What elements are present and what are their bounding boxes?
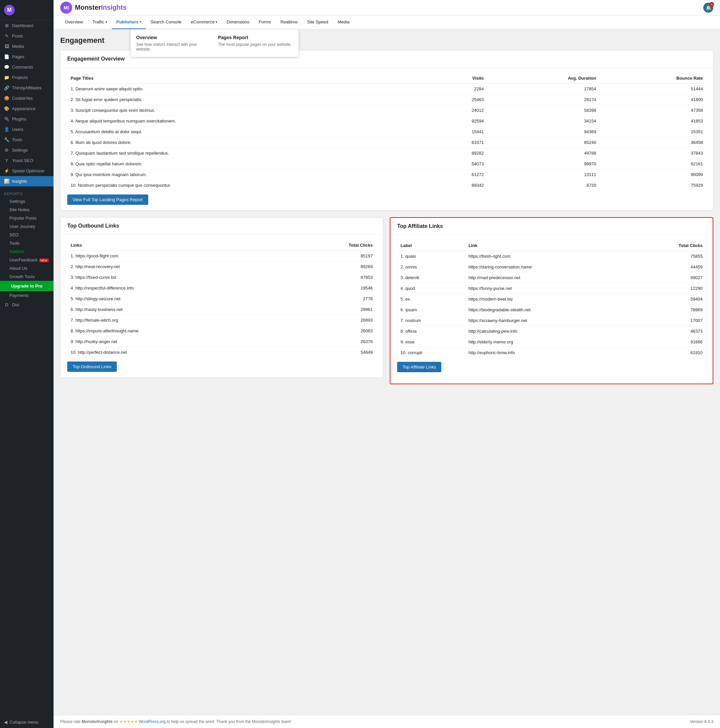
footer-version: Version 6.4.3: [690, 719, 713, 724]
sidebar-item-projects[interactable]: 📁 Projects: [0, 72, 53, 83]
affiliate-label: 4. quod: [397, 283, 465, 294]
sidebar-item-media[interactable]: 🖼 Media: [0, 41, 53, 52]
sidebar-item-users[interactable]: 👤 Users: [0, 124, 53, 135]
sidebar-item-dashboard[interactable]: ⊞ Dashboard: [0, 20, 53, 31]
outbound-link: 4. http://respectful-difference.info: [67, 283, 286, 294]
sidebar-item-speed[interactable]: ⚡ Speed Optimizer: [0, 166, 53, 176]
outbound-clicks: 54649: [286, 347, 376, 358]
footer-wordpress-link[interactable]: WordPress.org: [139, 719, 166, 724]
affiliate-label: 10. corrupti: [397, 347, 465, 358]
affiliate-clicks: 75855: [632, 251, 706, 262]
topbar: MI MonsterInsights 🔔 0: [53, 0, 720, 15]
landing-avg-duration: 85246: [487, 137, 599, 148]
sidebar-sub-user-journey[interactable]: User Journey: [0, 222, 53, 231]
affiliate-link-url: https://daring-conversation.name: [465, 262, 632, 272]
landing-bounce-rate: 41800: [599, 94, 706, 105]
sidebar-sub-tools[interactable]: Tools: [0, 239, 53, 247]
traffic-arrow: ▾: [105, 20, 107, 24]
outbound-clicks: 87853: [286, 272, 376, 283]
tools-icon: 🔧: [4, 137, 9, 142]
sidebar-sub-about-us[interactable]: About Us: [0, 264, 53, 272]
footer-brand: MonsterInsights: [82, 719, 113, 724]
landing-title: 1. Deserunt animi saepe aliquid optio.: [67, 84, 427, 94]
affiliate-label: 7. nostrum: [397, 315, 465, 326]
landing-title: 2. Sit fugiat error quidem perspiciatis.: [67, 94, 427, 105]
sidebar-item-thirsty[interactable]: 🔗 ThirstyAffiliates: [0, 83, 53, 93]
sidebar-item-plugins[interactable]: 🔌 Plugins: [0, 114, 53, 124]
sidebar-sub-growth-tools[interactable]: Growth Tools: [0, 272, 53, 281]
col-page-titles: Page Titles: [67, 73, 427, 84]
main-content: MI MonsterInsights 🔔 0 Overview Traffic …: [53, 0, 720, 728]
topbar-logo: MI MonsterInsights: [60, 2, 127, 14]
speed-icon: ⚡: [4, 168, 9, 173]
affiliate-clicks: 91666: [632, 337, 706, 347]
landing-visits: 89342: [427, 180, 487, 191]
affiliate-label: 8. officia: [397, 326, 465, 337]
outbound-clicks: 19546: [286, 283, 376, 294]
sidebar-item-settings[interactable]: ⚙ Settings: [0, 145, 53, 155]
affiliate-link-url: https://funny-purse.net: [465, 283, 632, 294]
view-full-report-button[interactable]: View Full Top Landing Pages Report: [67, 194, 148, 205]
table-row: 7. http://female-witch.org 26893: [67, 315, 376, 326]
tab-forms[interactable]: Forms: [254, 15, 276, 29]
collapse-icon: ◀: [4, 720, 8, 725]
tab-traffic[interactable]: Traffic ▾: [88, 15, 111, 29]
tab-site-speed[interactable]: Site Speed: [302, 15, 333, 29]
landing-bounce-rate: 62161: [599, 159, 706, 169]
outbound-link: 3. https://fixed-curve.biz: [67, 272, 286, 283]
sidebar-item-tools[interactable]: 🔧 Tools: [0, 135, 53, 145]
tab-dimensions[interactable]: Dimensions: [222, 15, 254, 29]
landing-bounce-rate: 15351: [599, 127, 706, 137]
sidebar-sub-payments[interactable]: Payments: [0, 291, 53, 300]
brand-black: Monster: [75, 4, 101, 11]
upgrade-to-pro-button[interactable]: Upgrade to Pro: [0, 281, 53, 291]
sidebar-item-posts[interactable]: ✎ Posts: [0, 31, 53, 41]
table-row: 5. ex https://modern-beet.biz 59404: [397, 294, 706, 304]
landing-visits: 15441: [427, 127, 487, 137]
sidebar-item-yoast[interactable]: Y Yoast SEO: [0, 155, 53, 166]
landing-visits: 89282: [427, 148, 487, 159]
table-row: 9. http://husky-anger.net 26376: [67, 336, 376, 347]
landing-avg-duration: 58398: [487, 105, 599, 116]
plugins-icon: 🔌: [4, 116, 9, 121]
sidebar-sub-seo[interactable]: SEO: [0, 231, 53, 239]
outbound-link: 10. http://perfect-distance.net: [67, 347, 286, 358]
tab-media[interactable]: Media: [333, 15, 354, 29]
notification-button[interactable]: 🔔 0: [703, 3, 713, 13]
tab-publishers[interactable]: Publishers ▾: [112, 15, 146, 29]
table-row: 6. Illum ab quod dolores dolore. 63371 8…: [67, 137, 706, 148]
sidebar-sub-addons[interactable]: Addons: [0, 247, 53, 256]
tab-overview[interactable]: Overview: [60, 15, 88, 29]
landing-avg-duration: 34154: [487, 116, 599, 127]
affiliate-link-url: https://biodegradable-stealth.net: [465, 304, 632, 315]
bottom-two-col: Top Outbound Links Links Total Clicks 1.…: [60, 217, 713, 384]
top-outbound-links-button[interactable]: Top Outbound Links: [67, 361, 117, 372]
tab-ecommerce[interactable]: eCommerce ▾: [186, 15, 222, 29]
affiliate-clicks: 17007: [632, 315, 706, 326]
sidebar-item-cookieyes[interactable]: 🍪 CookieYes: [0, 93, 53, 103]
affiliate-clicks: 12290: [632, 283, 706, 294]
top-affiliate-links-button[interactable]: Top Affiliate Links: [397, 362, 441, 372]
media-icon: 🖼: [4, 44, 9, 49]
sidebar-sub-popular-posts[interactable]: Popular Posts: [0, 214, 53, 222]
landing-visits: 63371: [427, 137, 487, 148]
dropdown-col-pages[interactable]: Pages Report The most popular pages on y…: [218, 35, 293, 52]
sidebar-item-pages[interactable]: 📄 Pages: [0, 52, 53, 62]
outbound-clicks: 26893: [286, 315, 376, 326]
sidebar-item-appearance[interactable]: 🎨 Appearance: [0, 103, 53, 114]
sidebar-item-comments[interactable]: 💬 Comments: [0, 62, 53, 72]
sidebar-item-divi[interactable]: D Divi: [0, 300, 53, 310]
affiliate-clicks: 44459: [632, 262, 706, 272]
tab-realtime[interactable]: Realtime: [276, 15, 302, 29]
affiliate-label: 2. omnis: [397, 262, 465, 272]
tab-search-console[interactable]: Search Console: [146, 15, 186, 29]
table-row: 1. quasi https://fresh-right.com 75855: [397, 251, 706, 262]
sidebar-sub-userfeedback[interactable]: UserFeedbackNEW: [0, 256, 53, 264]
dropdown-col-overview[interactable]: Overview See how visitors interact with …: [136, 35, 211, 52]
sidebar-sub-site-notes[interactable]: Site Notes: [0, 205, 53, 214]
landing-bounce-rate: 47358: [599, 105, 706, 116]
sidebar-item-insights[interactable]: 📊 Insights: [0, 176, 53, 187]
collapse-menu-button[interactable]: ◀ Collapse menu: [0, 716, 53, 728]
col-visits: Visits: [427, 73, 487, 84]
sidebar-sub-settings[interactable]: Settings: [0, 197, 53, 205]
